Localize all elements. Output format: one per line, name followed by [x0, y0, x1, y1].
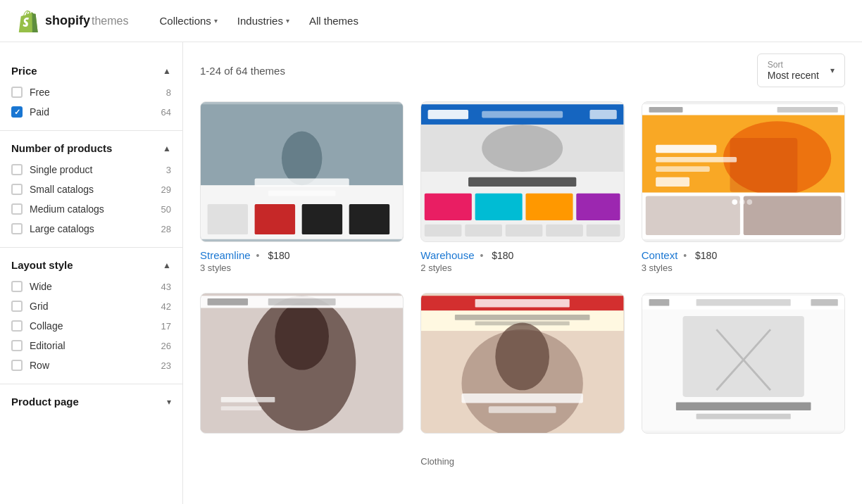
- filter-wide-checkbox[interactable]: [11, 281, 23, 292]
- svg-rect-24: [587, 225, 620, 237]
- bottom1-mockup-svg: [201, 294, 403, 433]
- filter-product-page-header[interactable]: Product page ▾: [11, 393, 171, 413]
- main-content: 1-24 of 64 themes Sort Most recent ▾: [183, 42, 862, 504]
- filter-row-checkbox[interactable]: [11, 360, 23, 371]
- filter-layout-title: Layout style: [11, 259, 73, 271]
- svg-rect-57: [462, 393, 583, 403]
- filter-collage-count: 17: [161, 321, 171, 332]
- shopify-logo-icon: [17, 10, 39, 32]
- svg-rect-46: [268, 298, 336, 305]
- filter-editorial-count: 26: [161, 341, 171, 351]
- filter-price-free-count: 8: [166, 87, 171, 98]
- filter-large-count: 28: [161, 224, 171, 234]
- svg-rect-19: [577, 194, 620, 220]
- filter-small-catalogs: Small catalogs 29: [11, 179, 171, 199]
- svg-rect-20: [425, 225, 462, 237]
- svg-point-39: [739, 199, 745, 205]
- filter-price-free-checkbox[interactable]: [11, 87, 23, 98]
- svg-rect-61: [649, 299, 669, 306]
- filter-price-header[interactable]: Price ▲: [11, 62, 171, 82]
- filter-wide-label: Wide: [30, 281, 52, 292]
- svg-rect-48: [221, 406, 261, 410]
- filter-price-chevron-icon: ▲: [163, 66, 171, 76]
- filter-product-page-title: Product page: [11, 396, 79, 408]
- page-body: Price ▲ Free 8 Paid 64 Number of: [0, 42, 862, 504]
- svg-rect-3: [255, 179, 349, 187]
- svg-rect-18: [526, 194, 573, 220]
- theme-price-streamline: $180: [268, 250, 289, 261]
- svg-rect-30: [730, 138, 797, 192]
- filter-grid-checkbox[interactable]: [11, 301, 23, 312]
- filter-row-count: 23: [161, 360, 171, 371]
- theme-image-bottom3: [642, 293, 845, 434]
- theme-styles-bottom2: Clothing: [420, 456, 624, 467]
- filter-single-product: Single product 3: [11, 160, 171, 179]
- results-count: 1-24 of 64 themes: [200, 65, 285, 77]
- filter-wide-count: 43: [161, 282, 171, 292]
- filter-collage-checkbox[interactable]: [11, 320, 23, 332]
- svg-rect-26: [649, 107, 682, 113]
- filter-row: Row 23: [11, 355, 171, 375]
- filter-small-catalogs-checkbox[interactable]: [11, 184, 23, 195]
- filter-grid: Grid 42: [11, 296, 171, 316]
- svg-rect-47: [221, 397, 275, 403]
- theme-link-streamline[interactable]: Streamline: [200, 249, 251, 261]
- svg-rect-7: [302, 204, 342, 234]
- collections-chevron-icon: ▾: [214, 17, 218, 25]
- filter-medium-catalogs-checkbox[interactable]: [11, 203, 23, 215]
- theme-link-warehouse[interactable]: Warehouse: [420, 249, 474, 261]
- logo-wordmark: shopifythemes: [45, 13, 128, 28]
- filter-wide: Wide 43: [11, 277, 171, 296]
- filter-price-free: Free 8: [11, 82, 171, 102]
- nav-all-themes[interactable]: All themes: [301, 9, 367, 32]
- svg-rect-68: [696, 414, 790, 420]
- filter-editorial-checkbox[interactable]: [11, 340, 23, 351]
- theme-image-bottom2: [420, 293, 624, 434]
- theme-styles-streamline: 3 styles: [200, 263, 404, 273]
- filter-single-count: 3: [166, 165, 171, 175]
- logo[interactable]: shopifythemes: [17, 10, 128, 32]
- filter-small-count: 29: [161, 184, 171, 195]
- filter-small-label: Small catalogs: [30, 184, 94, 195]
- svg-rect-45: [208, 298, 248, 305]
- filter-grid-count: 42: [161, 301, 171, 312]
- svg-rect-4: [268, 191, 336, 196]
- svg-rect-10: [428, 110, 468, 119]
- svg-rect-31: [656, 145, 716, 153]
- svg-rect-64: [682, 316, 804, 397]
- theme-image-streamline: [200, 101, 404, 242]
- sort-chevron-icon: ▾: [830, 65, 835, 75]
- svg-rect-8: [349, 204, 389, 234]
- svg-point-2: [282, 132, 322, 186]
- filter-grid-label: Grid: [30, 301, 48, 312]
- theme-info-warehouse: Warehouse • $180 2 styles: [420, 242, 624, 276]
- svg-rect-67: [676, 403, 811, 410]
- filter-collage-label: Collage: [30, 320, 63, 332]
- sort-dropdown[interactable]: Sort Most recent ▾: [757, 53, 845, 87]
- nav-industries[interactable]: Industries ▾: [229, 9, 298, 32]
- bottom3-mockup-svg: [642, 294, 844, 433]
- filter-layout-header[interactable]: Layout style ▲: [11, 256, 171, 277]
- sort-value: Most recent: [768, 70, 819, 81]
- filter-price-free-label: Free: [30, 87, 50, 98]
- main-top-bar: 1-24 of 64 themes Sort Most recent ▾: [200, 53, 845, 87]
- svg-rect-36: [645, 196, 739, 235]
- svg-rect-53: [455, 315, 590, 320]
- filter-editorial-label: Editorial: [30, 340, 65, 351]
- svg-point-56: [496, 323, 550, 391]
- filter-large-catalogs: Large catalogs 28: [11, 219, 171, 239]
- theme-card-bottom1: [200, 293, 404, 470]
- theme-card-streamline: Streamline • $180 3 styles: [200, 101, 404, 276]
- theme-styles-context: 3 styles: [642, 263, 845, 273]
- filter-products-header[interactable]: Number of products ▲: [11, 139, 171, 160]
- filter-price-paid-checkbox[interactable]: [11, 106, 23, 118]
- svg-rect-63: [811, 299, 837, 306]
- svg-point-43: [275, 303, 329, 370]
- svg-rect-16: [425, 194, 472, 220]
- nav-collections[interactable]: Collections ▾: [151, 9, 225, 32]
- filter-single-product-checkbox[interactable]: [11, 164, 23, 175]
- theme-link-context[interactable]: Context: [642, 249, 678, 261]
- filter-large-catalogs-checkbox[interactable]: [11, 223, 23, 234]
- header: shopifythemes Collections ▾ Industries ▾…: [0, 0, 862, 42]
- sort-label: Sort: [768, 60, 819, 70]
